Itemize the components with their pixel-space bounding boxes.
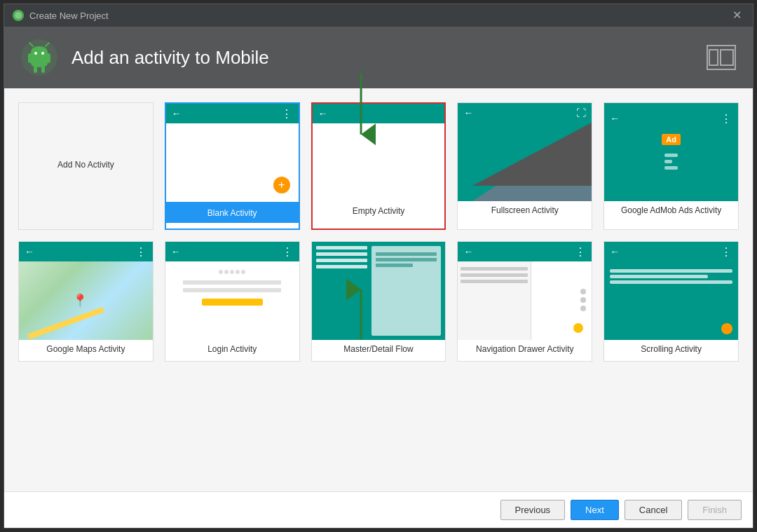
scrolling-topbar: ← ⋮: [604, 242, 738, 261]
previous-label: Previous: [515, 505, 551, 515]
next-button[interactable]: Next: [571, 500, 619, 520]
card-nav-drawer[interactable]: ← ⋮: [457, 241, 592, 362]
ad-lines: [664, 151, 678, 172]
maps-body: 📍: [19, 261, 153, 340]
login-topbar: ← ⋮: [165, 242, 299, 261]
finish-label: Finish: [702, 505, 727, 515]
preview-toggle[interactable]: [707, 45, 736, 70]
login-body: [165, 261, 299, 340]
login-dots-icon: ⋮: [282, 245, 294, 259]
cancel-button[interactable]: Cancel: [625, 500, 682, 520]
masterdetail-thumbnail: [312, 242, 446, 340]
svg-point-6: [34, 52, 37, 55]
fs-expand-icon: ⛶: [576, 107, 586, 118]
nav-topbar: ← ⋮: [458, 242, 592, 261]
dialog: Create New Project ✕ Add an activity to …: [4, 4, 753, 528]
svg-rect-3: [46, 53, 50, 63]
scrolling-dots: ⋮: [721, 245, 732, 259]
preview-rect-large: [720, 49, 734, 66]
card-maps-activity[interactable]: ← ⋮ 📍 Google Maps Activity: [18, 241, 154, 362]
activity-grid: Add No Activity ← ⋮ + Bla: [18, 102, 739, 362]
blank-topbar: ← ⋮: [166, 104, 299, 123]
dialog-title: Create New Project: [29, 11, 109, 21]
empty-topbar: ←: [313, 104, 445, 123]
nav-dots: ⋮: [575, 245, 586, 259]
svg-point-0: [15, 12, 22, 19]
finish-button[interactable]: Finish: [688, 500, 742, 520]
ad-line-2: [664, 160, 672, 163]
scrolling-thumbnail: ← ⋮: [604, 242, 738, 340]
android-studio-icon: [13, 10, 24, 21]
empty-activity-thumbnail: ←: [313, 104, 445, 202]
maps-topbar: ← ⋮: [19, 242, 153, 261]
card-label-admob: Google AdMob Ads Activity: [618, 201, 724, 217]
blank-body: +: [166, 123, 299, 202]
maps-dots: ⋮: [135, 245, 147, 259]
card-empty-activity[interactable]: ← Empty Activity: [311, 102, 446, 230]
fs-back: ←: [463, 107, 473, 118]
android-logo: [21, 39, 57, 76]
login-star-dots: [219, 270, 245, 274]
admob-dots: ⋮: [721, 112, 732, 125]
login-field-1: [183, 280, 281, 285]
ad-line-1: [664, 154, 678, 157]
ad-badge: Ad: [662, 134, 681, 145]
nav-circle-list: [580, 289, 586, 311]
maps-road: [27, 307, 104, 340]
svg-point-7: [41, 52, 44, 55]
scrolling-back: ←: [610, 246, 620, 257]
login-button: [202, 299, 263, 306]
scrolling-body: [604, 261, 738, 340]
navdrawer-thumbnail: ← ⋮: [458, 242, 592, 340]
maps-back: ←: [25, 246, 34, 257]
title-bar: Create New Project ✕: [4, 4, 753, 27]
cancel-label: Cancel: [639, 505, 667, 515]
next-label: Next: [585, 505, 604, 515]
previous-button[interactable]: Previous: [500, 500, 566, 520]
blank-dots: ⋮: [281, 107, 293, 121]
blank-back-arrow: ←: [172, 108, 182, 119]
nav-body: [458, 261, 592, 340]
maps-thumbnail: ← ⋮ 📍: [19, 242, 153, 340]
card-label-navdrawer: Navigation Drawer Activity: [473, 340, 576, 355]
card-label-maps: Google Maps Activity: [43, 340, 128, 355]
preview-rect-small: [709, 49, 718, 66]
empty-body: [313, 123, 445, 202]
admob-topbar: ← ⋮: [604, 109, 738, 128]
svg-rect-5: [41, 66, 45, 73]
maps-pin: 📍: [72, 293, 88, 308]
nav-fab: [573, 323, 583, 333]
card-login-activity[interactable]: ← ⋮: [165, 241, 300, 362]
card-add-no-activity[interactable]: Add No Activity: [18, 102, 154, 230]
card-label-masterdetail: Master/Detail Flow: [341, 340, 416, 355]
header-title: Add an activity to Mobile: [71, 47, 269, 69]
card-master-detail[interactable]: Master/Detail Flow: [311, 241, 446, 362]
content-area: Add No Activity ← ⋮ + Bla: [4, 88, 753, 491]
nav-drawer-panel: [458, 261, 531, 340]
card-fullscreen-activity[interactable]: ← ⛶ Fullscreen Activity: [457, 102, 592, 230]
svg-rect-2: [28, 53, 32, 63]
card-label-add-no-activity: Add No Activity: [55, 156, 117, 171]
admob-thumbnail: ← ⋮ Ad: [604, 103, 738, 201]
title-bar-left: Create New Project: [13, 10, 109, 21]
card-label-empty-activity: Empty Activity: [350, 202, 408, 217]
login-thumbnail: ← ⋮: [165, 242, 299, 340]
login-field-2: [183, 288, 281, 292]
header: Add an activity to Mobile: [4, 27, 753, 88]
admob-back: ←: [610, 113, 620, 124]
card-admob-activity[interactable]: ← ⋮ Ad Google AdMob Ads: [603, 102, 739, 230]
empty-back-arrow: ←: [318, 108, 328, 119]
ad-line-3: [664, 166, 678, 170]
card-blank-activity[interactable]: ← ⋮ + Blank Activity: [165, 102, 300, 230]
svg-rect-4: [34, 66, 37, 73]
scrolling-fab: [721, 323, 732, 334]
md-right-panel: [371, 246, 441, 336]
md-left-panel: [312, 242, 372, 340]
bottom-bar: Previous Next Cancel Finish: [4, 491, 753, 528]
fullscreen-thumbnail: ← ⛶: [458, 103, 592, 201]
blank-activity-thumbnail: ← ⋮ +: [166, 104, 299, 202]
card-scrolling-activity[interactable]: ← ⋮ Scrolling Activity: [603, 241, 739, 362]
card-label-scrolling: Scrolling Activity: [638, 340, 704, 355]
card-label-login: Login Activity: [205, 340, 259, 355]
close-button[interactable]: ✕: [730, 8, 744, 22]
